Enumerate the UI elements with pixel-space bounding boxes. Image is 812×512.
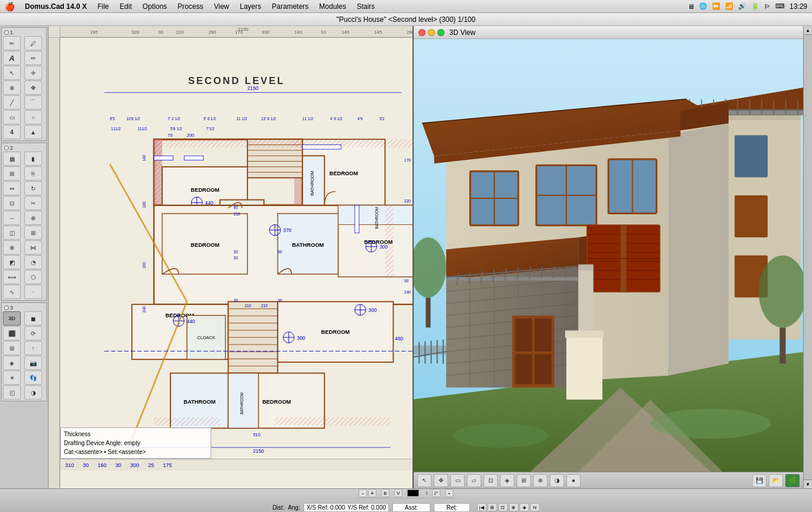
- section-tool[interactable]: ⊞: [3, 341, 21, 355]
- svg-text:11 1/2: 11 1/2: [302, 117, 313, 121]
- ret-box[interactable]: Ret:: [434, 503, 469, 512]
- scroll-track[interactable]: [804, 35, 812, 479]
- fill-tool[interactable]: ▮: [24, 152, 42, 166]
- pen-angle-btn[interactable]: ◸: [432, 489, 440, 497]
- spline-tool[interactable]: ∿: [3, 285, 21, 299]
- section1-dot[interactable]: ○: [4, 30, 9, 35]
- mirror-tool[interactable]: ⇔: [3, 181, 21, 195]
- layer-btn[interactable]: V: [394, 489, 402, 497]
- pencil-tool[interactable]: ✏: [3, 36, 21, 50]
- camera-tool[interactable]: 📷: [24, 356, 42, 370]
- nav-icon-3[interactable]: ⊡: [498, 503, 508, 511]
- 3d-view-content[interactable]: [414, 39, 803, 472]
- 3d-maximize-button[interactable]: [437, 29, 444, 36]
- drawing-area[interactable]: 195 320 30 220 290 170 330 140 10 146 14…: [49, 26, 413, 488]
- solid-tool[interactable]: ◼: [24, 311, 42, 326]
- 3d-close-button[interactable]: [418, 29, 426, 36]
- menu-modules[interactable]: Modules: [314, 1, 350, 12]
- zoom-tool[interactable]: ⊕: [3, 80, 21, 95]
- explode-tool[interactable]: ⊕: [3, 240, 21, 255]
- floor-plan-svg[interactable]: SECOND LEVEL 2150: [60, 38, 413, 488]
- first-page-btn[interactable]: |◀: [477, 503, 486, 511]
- 3d-top-view[interactable]: ⊡: [484, 474, 498, 487]
- trim-tool[interactable]: ✂: [24, 196, 42, 210]
- array-tool[interactable]: ⊞: [24, 226, 42, 240]
- stretch-tool[interactable]: ⟺: [3, 270, 21, 284]
- menu-options[interactable]: Options: [138, 1, 172, 12]
- 3d-perspective-tool[interactable]: ⊞: [517, 474, 531, 487]
- fill-icon: ▮: [31, 156, 35, 162]
- text-tool[interactable]: A: [3, 51, 21, 65]
- line-tool[interactable]: ╱: [3, 95, 21, 110]
- zoom-out-button[interactable]: -: [359, 489, 367, 497]
- break-tool[interactable]: ⊗: [24, 211, 42, 225]
- move-tool[interactable]: ⊞: [3, 166, 21, 181]
- chamfer-tool[interactable]: ◩: [3, 255, 21, 269]
- render-tool[interactable]: ◈: [3, 356, 21, 370]
- scale-tool[interactable]: ⊡: [3, 196, 21, 210]
- 3d-open-view[interactable]: 📂: [769, 474, 783, 487]
- 3d-rotate-view-tool[interactable]: ✥: [434, 474, 448, 487]
- copy-tool[interactable]: ⎘: [24, 166, 42, 181]
- view-mode-btn[interactable]: B: [381, 489, 389, 497]
- zoom-in-button[interactable]: +: [368, 489, 376, 497]
- crosshair-tool[interactable]: ✛: [24, 66, 42, 80]
- 3d-tool[interactable]: 3D: [3, 311, 21, 326]
- point-tool[interactable]: ·: [24, 285, 42, 299]
- 3d-select-tool[interactable]: ↖: [417, 474, 431, 487]
- section3-dot[interactable]: ○: [4, 305, 9, 310]
- menu-edit[interactable]: Edit: [115, 1, 137, 12]
- offset-tool[interactable]: ◫: [3, 226, 21, 240]
- up-tool[interactable]: ▲: [24, 125, 42, 139]
- revolve-tool[interactable]: ⟳: [24, 326, 42, 340]
- number-tool[interactable]: 4: [3, 125, 21, 139]
- menu-parameters[interactable]: Parameters: [267, 1, 313, 12]
- menu-process[interactable]: Process: [173, 1, 208, 12]
- 3d-wire-tool[interactable]: ⊕: [533, 474, 547, 487]
- 3d-minimize-button[interactable]: [428, 29, 435, 36]
- light-tool[interactable]: ☀: [3, 371, 21, 385]
- 3d-iso-view[interactable]: ◈: [500, 474, 514, 487]
- walk-tool[interactable]: 👣: [24, 371, 42, 385]
- select-tool[interactable]: ↖: [3, 66, 21, 80]
- 3d-save-view[interactable]: 💾: [752, 474, 766, 487]
- material-tool[interactable]: ◰: [3, 385, 21, 400]
- 3d-side-view[interactable]: ▱: [467, 474, 481, 487]
- 3d-tree-button[interactable]: 🌿: [785, 474, 800, 487]
- hatch-tool[interactable]: ▦: [3, 152, 21, 166]
- arc-tool[interactable]: ⌒: [24, 95, 42, 110]
- scroll-up-button[interactable]: ▲: [804, 26, 812, 35]
- nav-icon-4[interactable]: ⊕: [509, 503, 518, 511]
- section2-dot[interactable]: ○: [4, 146, 9, 150]
- 3d-save-icon: 💾: [756, 477, 763, 484]
- nav-icon-5[interactable]: ◈: [520, 503, 529, 511]
- rotate-tool[interactable]: ↻: [24, 181, 42, 195]
- rect-tool[interactable]: ▭: [3, 110, 21, 124]
- shadow-tool[interactable]: ◑: [24, 385, 42, 400]
- 3d-shade-tool[interactable]: ◑: [550, 474, 564, 487]
- elevation-tool[interactable]: ↑: [24, 341, 42, 355]
- nav-icon-6[interactable]: N: [530, 503, 540, 511]
- nav-icon-2[interactable]: ⊞: [488, 503, 497, 511]
- pen-tool[interactable]: 🖊: [24, 36, 42, 50]
- extend-tool[interactable]: ↔: [3, 211, 21, 225]
- join-tool[interactable]: ⋈: [24, 240, 42, 255]
- polygon-tool[interactable]: ⬡: [24, 270, 42, 284]
- apple-menu[interactable]: 🍎: [5, 2, 14, 11]
- menu-layers[interactable]: Layers: [235, 1, 266, 12]
- extrude-tool[interactable]: ⬛: [3, 326, 21, 340]
- app-name[interactable]: Domus.Cad 14.0 X: [20, 1, 92, 12]
- asst-box[interactable]: Asst:: [392, 503, 430, 512]
- pen-dot-btn[interactable]: •: [445, 489, 453, 497]
- menu-stairs[interactable]: Stairs: [352, 1, 380, 12]
- pan-tool[interactable]: ✥: [24, 80, 42, 95]
- right-scrollbar[interactable]: ▲ ▼: [803, 26, 812, 488]
- fillet-tool[interactable]: ◔: [24, 255, 42, 269]
- 3d-render-button[interactable]: ●: [566, 474, 581, 487]
- scroll-down-button[interactable]: ▼: [804, 479, 812, 488]
- label-tool[interactable]: ✏: [24, 51, 42, 65]
- menu-view[interactable]: View: [209, 1, 234, 12]
- circle-tool[interactable]: ○: [24, 110, 42, 124]
- menu-file[interactable]: File: [93, 1, 114, 12]
- 3d-front-view[interactable]: ▭: [450, 474, 465, 487]
